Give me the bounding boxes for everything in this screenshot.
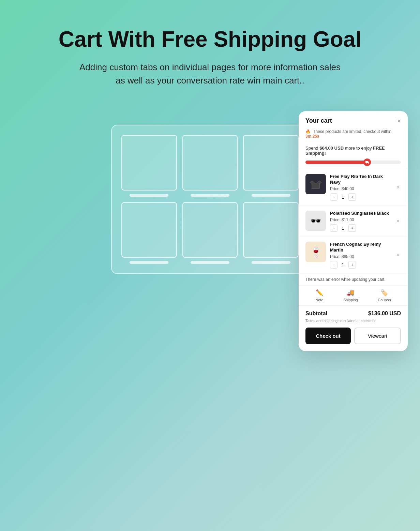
cart-item-name: Polarised Sunglasses Black	[330, 211, 391, 216]
timer-notice-text: These products are limited, checkout wit…	[313, 129, 391, 134]
quantity-control: − 1 +	[330, 224, 391, 232]
cart-panel: Your cart × 🔥 These products are limited…	[299, 111, 408, 351]
product-text-line	[130, 261, 168, 264]
qty-decrease-button[interactable]: −	[330, 193, 338, 201]
qty-increase-button[interactable]: +	[348, 193, 356, 201]
product-image-placeholder	[243, 135, 299, 191]
checkout-button[interactable]: Check out	[305, 328, 351, 344]
product-image-placeholder	[121, 202, 177, 258]
cart-item: Free Play Rib Tee In Dark Navy Price: $4…	[299, 169, 408, 206]
qty-value: 1	[340, 262, 346, 267]
cart-item-price: Price: $85.00	[330, 254, 391, 259]
cart-error-message: There was an error while updating your c…	[299, 274, 408, 285]
cart-item-details: Polarised Sunglasses Black Price: $11.00…	[330, 211, 391, 232]
product-text-line	[252, 261, 290, 264]
note-label: Note	[315, 298, 323, 302]
cognac-icon: 🍷	[310, 246, 322, 258]
cart-item-image	[305, 174, 326, 194]
product-grid-mockup	[111, 125, 309, 274]
qty-value: 1	[340, 195, 346, 200]
cart-header: Your cart ×	[299, 111, 408, 128]
cart-item-name: French Cognac By remy Martin	[330, 242, 391, 253]
timer-value: 3m 25s	[305, 134, 319, 139]
shipping-goal-suffix: more to enjoy	[345, 146, 372, 151]
product-card-mockup	[121, 135, 177, 197]
cart-item-remove-button[interactable]: ×	[395, 251, 401, 259]
cart-item-details: Free Play Rib Tee In Dark Navy Price: $4…	[330, 174, 391, 201]
subtotal-value: $136.00 USD	[368, 310, 401, 317]
cart-actions-icons: ✏️ Note 🚚 Shipping 🏷️ Coupon	[299, 285, 408, 306]
product-text-line	[191, 194, 229, 197]
qty-decrease-button[interactable]: −	[330, 261, 338, 269]
product-image-placeholder	[243, 202, 299, 258]
product-card-mockup	[182, 202, 238, 264]
cart-item: 🍷 French Cognac By remy Martin Price: $8…	[299, 237, 408, 274]
quantity-control: − 1 +	[330, 193, 391, 201]
product-text-line	[191, 261, 229, 264]
cart-item-remove-button[interactable]: ×	[395, 183, 401, 192]
product-image-placeholder	[121, 135, 177, 191]
product-card-mockup	[182, 135, 238, 197]
shipping-action[interactable]: 🚚 Shipping	[343, 289, 358, 302]
product-card-mockup	[121, 202, 177, 264]
cart-item-name: Free Play Rib Tee In Dark Navy	[330, 174, 391, 185]
timer-icon: 🔥	[305, 129, 311, 134]
shipping-label: Shipping	[343, 298, 358, 302]
coupon-label: Coupon	[378, 298, 391, 302]
progress-bar-fill	[305, 161, 368, 164]
product-image-placeholder	[182, 135, 238, 191]
product-text-line	[252, 194, 290, 197]
cart-item-details: French Cognac By remy Martin Price: $85.…	[330, 242, 391, 269]
quantity-control: − 1 +	[330, 261, 391, 269]
shipping-goal: Spend $64.00 USD more to enjoy FREE Ship…	[299, 142, 408, 158]
qty-decrease-button[interactable]: −	[330, 224, 338, 232]
note-icon: ✏️	[316, 289, 323, 297]
page-title: Cart With Free Shipping Goal	[59, 27, 361, 51]
shipping-icon	[363, 158, 371, 166]
sunglasses-icon: 🕶️	[310, 216, 321, 226]
page-subtitle: Adding custom tabs on individual pages f…	[77, 61, 343, 87]
cart-title: Your cart	[305, 117, 332, 124]
timer-notice: 🔥 These products are limited, checkout w…	[299, 128, 408, 142]
coupon-icon: 🏷️	[380, 289, 388, 297]
cart-item-image: 🍷	[305, 242, 326, 262]
cart-item-image: 🕶️	[305, 211, 326, 231]
cart-subtotal: Subtotal $136.00 USD	[299, 306, 408, 318]
main-content: Your cart × 🔥 These products are limited…	[22, 111, 397, 274]
product-image-placeholder	[182, 202, 238, 258]
shipping-icon: 🚚	[347, 289, 354, 297]
subtotal-label: Subtotal	[305, 310, 327, 317]
product-text-line	[130, 194, 168, 197]
note-action[interactable]: ✏️ Note	[315, 289, 323, 302]
subtotal-note: Taxes and shipping calculated at checkou…	[299, 318, 408, 328]
coupon-action[interactable]: 🏷️ Coupon	[378, 289, 391, 302]
cart-buttons: Check out Viewcart	[299, 328, 408, 351]
qty-value: 1	[340, 226, 346, 231]
cart-item-price: Price: $40.00	[330, 186, 391, 191]
cart-item-remove-button[interactable]: ×	[395, 217, 401, 226]
shipping-goal-amount: $64.00 USD	[319, 146, 344, 151]
product-card-mockup	[243, 202, 299, 264]
cart-item: 🕶️ Polarised Sunglasses Black Price: $11…	[299, 206, 408, 237]
cart-item-price: Price: $11.00	[330, 217, 391, 222]
qty-increase-button[interactable]: +	[348, 261, 356, 269]
shipping-goal-text: Spend	[305, 146, 318, 151]
shipping-progress-bar	[305, 161, 401, 164]
viewcart-button[interactable]: Viewcart	[354, 328, 401, 344]
cart-close-button[interactable]: ×	[397, 118, 401, 124]
qty-increase-button[interactable]: +	[348, 224, 356, 232]
product-card-mockup	[243, 135, 299, 197]
